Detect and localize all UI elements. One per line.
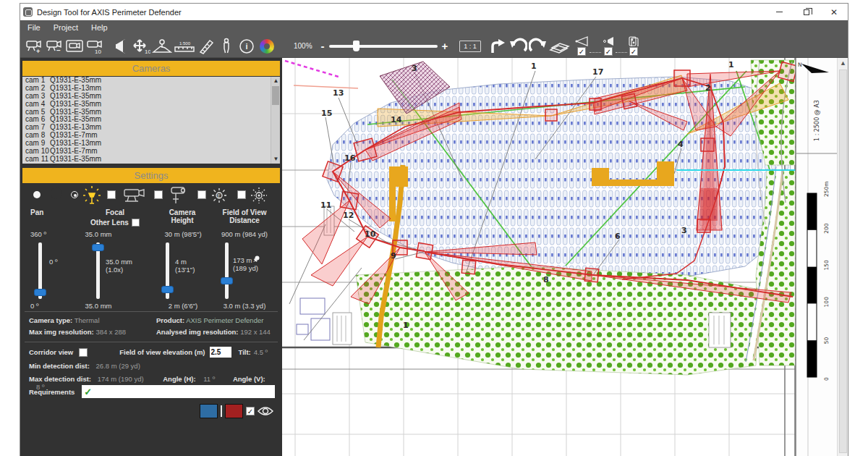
pan-current-value: 0 º (49, 258, 57, 266)
scroll-down-icon[interactable]: ▼ (271, 155, 280, 164)
eye-icon[interactable] (258, 405, 273, 417)
height-slider[interactable] (166, 242, 169, 299)
other-lens-checkbox[interactable] (132, 219, 140, 227)
scrollbar-thumb[interactable] (272, 86, 279, 105)
copy-camera-button[interactable] (65, 36, 84, 56)
artificial-light-radio[interactable] (71, 191, 78, 198)
menu-item-help[interactable]: Help (91, 23, 108, 32)
svg-text:10: 10 (145, 48, 150, 55)
map-vertical-scrollbar[interactable]: ▲ (837, 58, 848, 456)
zoom-in-button[interactable]: + (442, 40, 448, 52)
remove-camera-button[interactable]: – (45, 36, 64, 56)
coverage-color-swatch-blue[interactable] (200, 404, 218, 418)
fov-bottom-value: 3.0 m (3.3 yd) (207, 302, 282, 310)
camera-coverage-button[interactable]: 10 (85, 36, 104, 56)
cards-toggle-icon (628, 36, 639, 46)
pan-min-value: 0 º (30, 302, 62, 310)
color-swatch-row: ✓ (200, 404, 273, 418)
analysed-img-label: Analysed img resolution: (156, 328, 239, 336)
focal-slider[interactable] (96, 242, 100, 299)
add-camera-button[interactable]: + (25, 36, 43, 56)
camera-type-label: Camera type: (29, 316, 72, 324)
one-to-one-button[interactable]: 1 : 1 (459, 41, 481, 52)
camera-list-scrollbar[interactable]: ▲ ▼ (271, 77, 280, 164)
close-button[interactable]: ✕ (820, 4, 848, 20)
focal-slider-handle[interactable] (92, 244, 104, 251)
fov-slider-handle[interactable] (221, 277, 233, 284)
menu-bar: FileProjectHelp (20, 20, 848, 35)
ir-spot-checkbox[interactable] (237, 190, 246, 199)
info-button[interactable]: i (237, 36, 256, 56)
measure-pencil-button[interactable] (197, 36, 216, 56)
camera-number-label: 1 (403, 321, 409, 330)
camera-type-value: Thermal (75, 316, 100, 324)
svg-text:+: + (36, 48, 40, 54)
requirements-input[interactable] (94, 386, 275, 397)
svg-text:1:500: 1:500 (179, 41, 191, 46)
minimize-button[interactable] (765, 4, 793, 20)
dotted-connector (616, 52, 627, 53)
map-scrollbar-thumb[interactable] (839, 69, 847, 453)
map-pin-button[interactable] (152, 36, 172, 56)
scale-ruler-button[interactable]: 1:500 (174, 36, 195, 56)
requirements-label: Requirements (29, 388, 75, 396)
app-window: Design Tool for AXIS Perimeter Defender … (20, 4, 848, 456)
map-margin-column: N 1 : 2500 @ A3 250m200150100500 (796, 58, 837, 456)
color-wheel-button[interactable] (258, 36, 276, 56)
corridor-view-label: Corridor view (29, 348, 73, 356)
corridor-view-checkbox[interactable] (79, 348, 88, 357)
move-camera-button[interactable]: 10 (132, 36, 150, 56)
undo-arrow-button[interactable] (509, 36, 527, 56)
camera-list-item[interactable]: cam 11Q1931-E-35mm (22, 156, 280, 164)
coverage-cone-icon (574, 36, 589, 46)
camera-number-label: 6 (615, 232, 621, 241)
corridor-row: Corridor view Field of view elevation (m… (29, 347, 278, 358)
camera2-checkbox[interactable] (154, 190, 163, 199)
camera1-checkbox[interactable] (107, 190, 116, 199)
restore-button[interactable] (793, 4, 820, 20)
pan-slider[interactable] (38, 242, 42, 299)
camera-number-label: 12 (343, 211, 354, 220)
fov-elevation-input[interactable] (210, 347, 231, 358)
speaker-visibility-checkbox[interactable]: ✓ (604, 47, 613, 56)
scroll-up-icon[interactable]: ▲ (838, 59, 848, 67)
focal-label: Focal (75, 208, 155, 216)
pan-slider-handle[interactable] (34, 289, 46, 296)
product-value: AXIS Perimeter Defender (186, 316, 263, 324)
svg-text:10: 10 (95, 48, 101, 54)
site-plan-map[interactable]: 13151416111210931171246381 N 1 : 2500 @ … (282, 58, 837, 456)
ir-light-checkbox[interactable] (197, 190, 206, 199)
corner-arrow-button[interactable] (488, 36, 507, 56)
scale-bar-tick-label: 100 (823, 297, 830, 308)
person-target-button[interactable] (217, 36, 236, 56)
menu-item-project[interactable]: Project (54, 23, 78, 32)
requirements-field[interactable]: ✓ (82, 385, 275, 398)
cards-visibility-checkbox[interactable]: ✓ (629, 47, 638, 56)
sheets-stack-button[interactable] (549, 36, 571, 56)
zoom-slider[interactable] (329, 45, 438, 48)
scroll-up-icon[interactable]: ▲ (271, 77, 280, 85)
coverage-visibility-checkbox[interactable]: ✓ (577, 47, 586, 56)
zoom-out-button[interactable]: - (321, 40, 325, 52)
title-bar: Design Tool for AXIS Perimeter Defender … (20, 4, 848, 20)
height-slider-handle[interactable] (161, 286, 174, 293)
max-detection-label: Max detection dist: (29, 375, 91, 383)
angle-h-value: 11 º (203, 375, 215, 383)
camera-list-item[interactable]: cam 4Q1931-E-35mm (22, 101, 280, 109)
camera-number-label: 13 (333, 88, 344, 98)
redo-arrow-button[interactable] (529, 36, 548, 56)
scale-bar-tick-label: 50 (823, 337, 830, 344)
speaker-toggle-icon (602, 36, 615, 46)
camera-number-label: 14 (391, 115, 402, 124)
day-radio[interactable] (33, 191, 41, 198)
zoom-slider-thumb[interactable] (353, 41, 359, 51)
show-coverage-checkbox[interactable]: ✓ (246, 407, 255, 415)
coverage-color-swatch-red[interactable] (225, 404, 243, 418)
pin-icon[interactable] (252, 255, 260, 263)
fov-slider[interactable] (225, 242, 229, 299)
menu-item-file[interactable]: File (27, 23, 41, 32)
speaker-button[interactable] (111, 36, 130, 56)
swatch-separator (221, 405, 222, 417)
camera-number-label: 1 (531, 62, 537, 71)
camera-list[interactable]: cam 1Q1931-E-35mmcam 2Q1931-E-13mmcam 3Q… (22, 77, 280, 164)
